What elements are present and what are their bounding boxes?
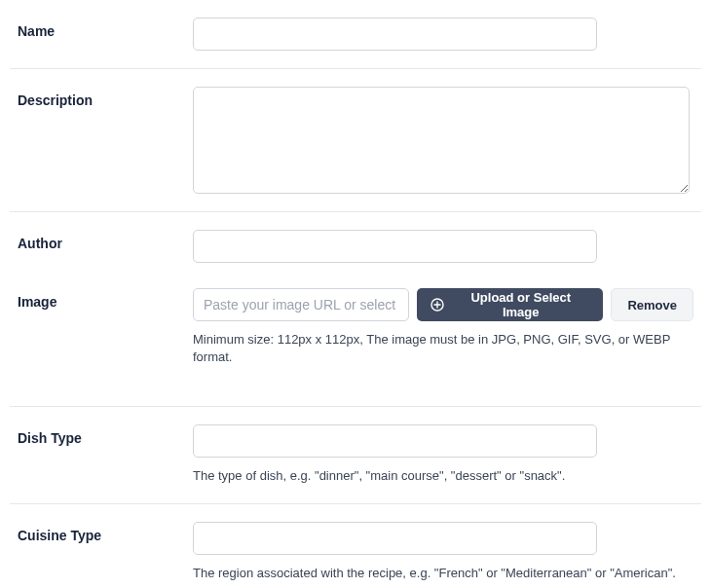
description-input[interactable] — [193, 87, 690, 194]
recipe-form: Name Description Author Image — [0, 0, 711, 588]
author-label: Author — [18, 230, 193, 251]
dish-type-body: The type of dish, e.g. "dinner", "main c… — [193, 424, 693, 485]
spacer — [10, 384, 701, 407]
name-body — [193, 18, 693, 51]
description-field-row: Description — [10, 69, 701, 212]
image-help-text: Minimum size: 112px x 112px, The image m… — [193, 331, 693, 366]
cuisine-type-help-text: The region associated with the recipe, e… — [193, 565, 693, 582]
description-body — [193, 87, 693, 194]
name-label: Name — [18, 18, 193, 39]
dish-type-field-row: Dish Type The type of dish, e.g. "dinner… — [10, 407, 701, 503]
upload-button-label: Upload or Select Image — [452, 290, 589, 319]
image-url-input[interactable] — [193, 288, 409, 321]
description-label: Description — [18, 87, 193, 108]
cuisine-type-input[interactable] — [193, 522, 597, 555]
name-field-row: Name — [10, 0, 701, 69]
image-input-row: Upload or Select Image Remove — [193, 288, 693, 321]
dish-type-input[interactable] — [193, 424, 597, 458]
remove-button-label: Remove — [627, 298, 677, 312]
name-input[interactable] — [193, 18, 597, 51]
image-label: Image — [18, 288, 193, 310]
image-field-row: Image Upload or Select Image Remove — [10, 271, 701, 384]
author-body — [193, 230, 693, 263]
plus-circle-icon — [430, 298, 444, 312]
upload-image-button[interactable]: Upload or Select Image — [417, 288, 603, 321]
image-body: Upload or Select Image Remove Minimum si… — [193, 288, 693, 366]
cuisine-type-body: The region associated with the recipe, e… — [193, 522, 693, 582]
cuisine-type-field-row: Cuisine Type The region associated with … — [10, 504, 701, 588]
dish-type-help-text: The type of dish, e.g. "dinner", "main c… — [193, 467, 693, 485]
author-input[interactable] — [193, 230, 597, 263]
remove-image-button[interactable]: Remove — [611, 288, 693, 321]
dish-type-label: Dish Type — [18, 424, 193, 446]
cuisine-type-label: Cuisine Type — [18, 522, 193, 543]
author-field-row: Author — [10, 212, 701, 271]
